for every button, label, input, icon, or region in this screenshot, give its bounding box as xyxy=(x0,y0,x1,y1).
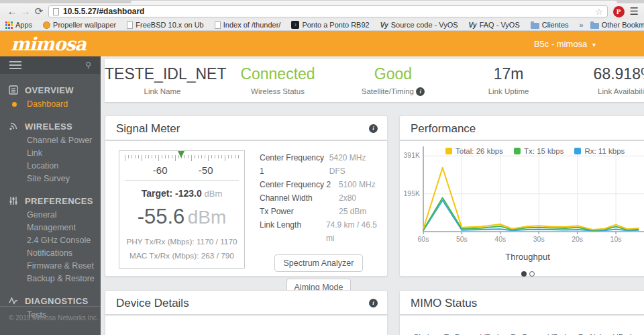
section-label: DIAGNOSTICS xyxy=(25,296,89,306)
wireless-icon xyxy=(9,122,18,131)
link-uptime-value: 17m xyxy=(451,65,566,83)
forward-icon[interactable]: → xyxy=(19,4,32,19)
target-label: Target: xyxy=(142,188,172,199)
detail-label: Center Frequency 2 xyxy=(260,178,339,191)
pin-icon[interactable]: ⚲ xyxy=(85,60,91,70)
mac-rate-label: MAC Tx/Rx (Mbps): xyxy=(129,251,199,260)
detail-label: Channel Width xyxy=(260,191,339,205)
pinterest-extension-icon[interactable]: P xyxy=(613,6,625,17)
section-wireless: WIRELESS Channel & Power Link Location S… xyxy=(0,118,101,185)
info-icon[interactable]: i xyxy=(369,124,378,133)
pagination-dot[interactable] xyxy=(529,271,535,277)
chart-legend: Total: 26 kbps Tx: 15 kbps Rx: 11 kbps xyxy=(445,147,635,155)
info-icon[interactable]: i xyxy=(369,299,378,307)
bookmark-index-thunder[interactable]: Index of /thunder/ xyxy=(215,21,281,29)
detail-label: Tx Power xyxy=(260,205,339,218)
sidebar-item-backup-restore[interactable]: Backup & Restore xyxy=(27,273,101,285)
mimo-status-columns: Chain Tx Power (dBm) Rx Power (dBm) Rx N… xyxy=(400,316,644,335)
section-overview: OVERVIEW Dashboard xyxy=(0,82,101,111)
url-text[interactable]: 10.5.5.27/#dashboard xyxy=(63,7,595,16)
bookmark-apps[interactable]: Apps xyxy=(5,21,32,29)
bookmark-ponto[interactable]: › Ponto a Ponto RB92 xyxy=(291,21,369,29)
panel-header: Performance xyxy=(400,116,644,141)
bookmark-label: Index of /thunder/ xyxy=(223,21,281,29)
sidebar-nav: OVERVIEW Dashboard WIRELESS Channel & Po… xyxy=(0,74,101,322)
bookmark-label: Other Bookmarks xyxy=(602,21,644,29)
legend-label: Tx: 15 kbps xyxy=(524,147,564,155)
phy-rate: PHY Tx/Rx (Mbps): 1170 / 1170 xyxy=(119,237,244,246)
sidebar-item-management[interactable]: Management xyxy=(27,222,101,234)
ponto-icon: › xyxy=(291,21,299,29)
sidebar-item-dashboard[interactable]: Dashboard xyxy=(27,98,101,111)
bookmark-clientes[interactable]: Clientes xyxy=(531,21,569,29)
back-icon[interactable]: ← xyxy=(5,4,19,19)
sidebar-item-preferences[interactable]: PREFERENCES xyxy=(0,193,101,209)
bookmark-vyos-source[interactable]: Vy Source code - VyOS xyxy=(380,21,458,29)
svg-text:10s: 10s xyxy=(610,235,622,243)
panel-title: MIMO Status xyxy=(411,297,477,309)
sidebar-item-notifications[interactable]: Notifications xyxy=(27,247,101,260)
sidebar-divider xyxy=(0,306,101,307)
bookmark-label: Source code - VyOS xyxy=(391,21,458,29)
signal-meter-panel: Signal Meter i -60 -50 Target: -123.0 dB… xyxy=(105,115,388,277)
bookmark-propeller[interactable]: Propeller wallpaper xyxy=(43,21,116,29)
stat-label: Wireless Status xyxy=(220,87,335,95)
sidebar-item-channel-power[interactable]: Channel & Power xyxy=(27,134,101,147)
reload-icon[interactable]: ⟳ xyxy=(32,4,46,19)
sidebar-item-link[interactable]: Link xyxy=(27,147,101,160)
sidebar-collapse-icon[interactable] xyxy=(9,59,21,71)
mimo-status-panel: MIMO Status Chain Tx Power (dBm) Rx Powe… xyxy=(399,290,644,335)
page-icon xyxy=(53,8,59,15)
svg-text:20s: 20s xyxy=(572,235,583,243)
panel-title: Signal Meter xyxy=(116,122,180,135)
bookmarks-overflow-icon[interactable]: » xyxy=(580,21,584,29)
bookmark-label: FreeBSD 10.x on Ub xyxy=(136,21,204,29)
svg-text:50s: 50s xyxy=(456,235,468,243)
detail-value: 74.9 km / 46.5 mi xyxy=(326,218,378,245)
stat-wireless-status: Connected Wireless Status xyxy=(220,59,335,102)
sidebar-item-24ghz-console[interactable]: 2.4 GHz Console xyxy=(27,234,101,247)
detail-row: Center Frequency 25100 MHz xyxy=(260,178,378,191)
svg-text:60s: 60s xyxy=(418,235,429,243)
signal-gauge: -60 -50 Target: -123.0 dBm -55.6 dBm PHY… xyxy=(119,150,245,269)
bookmark-other-bookmarks[interactable]: Other Bookmarks xyxy=(590,21,644,29)
bookmark-label: FAQ - VyOS xyxy=(480,21,520,29)
sidebar-top-bar: ⚲ xyxy=(0,56,101,74)
stat-label: Satellite/Timing i xyxy=(335,87,451,96)
phy-rate-value: 1170 / 1170 xyxy=(197,237,237,246)
device-details-panel: Device Details i Local Remote xyxy=(105,290,388,335)
spectrum-analyzer-button[interactable]: Spectrum Analyzer xyxy=(274,254,364,272)
detail-value: 25 dBm xyxy=(339,205,366,218)
sidebar-item-overview[interactable]: OVERVIEW xyxy=(0,82,101,98)
pagination-dot-active[interactable] xyxy=(521,271,527,277)
svg-text:30s: 30s xyxy=(533,235,545,243)
detail-value: 2x80 xyxy=(339,191,356,205)
device-selector-label: B5c - mimosa xyxy=(534,39,587,49)
link-availability-value: 68.918% xyxy=(566,65,644,83)
legend-label: Rx: 11 kbps xyxy=(584,147,625,155)
satellite-timing-value: Good xyxy=(335,65,451,83)
target-unit: dBm xyxy=(205,189,223,199)
browser-toolbar: ← → ⟳ 10.5.5.27/#dashboard ☆ P ☰ xyxy=(0,3,644,19)
panel-header: MIMO Status xyxy=(400,291,644,316)
bookmark-star-icon[interactable]: ☆ xyxy=(595,7,603,17)
sidebar-item-general[interactable]: General xyxy=(27,209,101,222)
legend-swatch xyxy=(445,148,452,154)
sidebar-item-wireless[interactable]: WIRELESS xyxy=(0,118,101,134)
target-signal: Target: -123.0 dBm xyxy=(119,188,244,199)
url-bar[interactable]: 10.5.5.27/#dashboard ☆ xyxy=(48,5,608,17)
diagnostics-icon xyxy=(9,296,18,305)
bookmark-freebsd[interactable]: FreeBSD 10.x on Ub xyxy=(127,21,204,29)
info-icon[interactable]: i xyxy=(416,87,425,96)
sidebar-item-location[interactable]: Location xyxy=(27,160,101,173)
sidebar-item-site-survey[interactable]: Site Survey xyxy=(27,173,101,185)
browser-window: ← → ⟳ 10.5.5.27/#dashboard ☆ P ☰ Apps Pr… xyxy=(0,0,644,335)
chart-xlabel: Throughput xyxy=(400,252,644,262)
current-signal-value: -55.6 xyxy=(138,205,185,228)
chevron-down-icon: ▾ xyxy=(592,41,596,48)
sidebar-item-firmware-reset[interactable]: Firmware & Reset xyxy=(27,260,101,273)
browser-menu-icon[interactable]: ☰ xyxy=(630,5,639,17)
page-icon xyxy=(127,21,133,29)
device-selector[interactable]: B5c - mimosa ▾ xyxy=(534,39,596,49)
bookmark-vyos-faq[interactable]: Vy FAQ - VyOS xyxy=(469,21,520,29)
